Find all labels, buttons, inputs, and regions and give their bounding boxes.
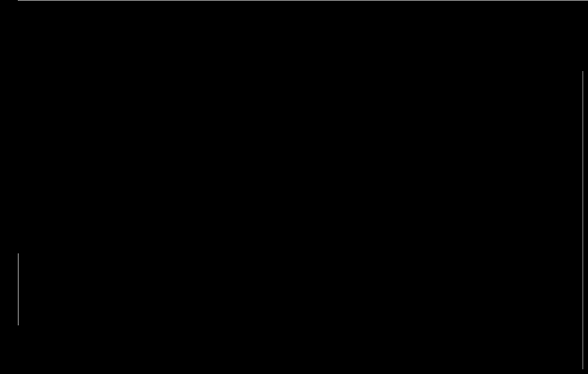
- level-gridline: [18, 0, 588, 1]
- hrofft-window: [0, 0, 588, 374]
- plot-left-border: [18, 253, 19, 325]
- spectrogram-canvas: [0, 0, 588, 374]
- plot-right-border: [582, 71, 583, 369]
